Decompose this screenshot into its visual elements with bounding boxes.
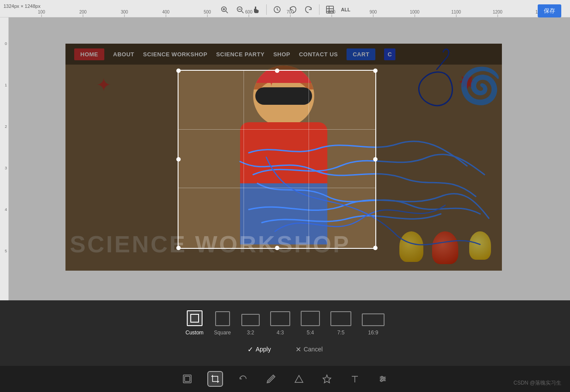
nav-shop[interactable]: SHOP bbox=[273, 51, 290, 58]
text-tool-button[interactable] bbox=[347, 371, 363, 387]
zoom-in-button[interactable] bbox=[217, 3, 231, 17]
svg-line-5 bbox=[242, 11, 244, 14]
rotate-tool-button[interactable] bbox=[235, 371, 251, 387]
nav-science-party[interactable]: SCIENCE PARTY bbox=[216, 51, 264, 58]
crop-handle-ml[interactable] bbox=[176, 157, 181, 162]
svg-marker-15 bbox=[295, 375, 303, 382]
crop-handle-br[interactable] bbox=[373, 246, 378, 250]
ruler-mark-left-400: 4 bbox=[0, 207, 8, 212]
crop-ratio-4-3[interactable]: 4:3 bbox=[270, 311, 290, 336]
adjustments-tool-button[interactable] bbox=[375, 371, 391, 387]
hand-tool-button[interactable] bbox=[249, 3, 263, 17]
crop-grid bbox=[179, 71, 375, 248]
delete-frame-button[interactable] bbox=[323, 3, 337, 17]
cancel-button[interactable]: ✕ Cancel bbox=[288, 343, 330, 356]
nav-science-workshop[interactable]: SCIENCE WORKSHOP bbox=[143, 51, 207, 58]
apply-button[interactable]: ✓ Apply bbox=[240, 343, 278, 356]
crop-bottom-panel: Custom Square 3:2 4:3 5:4 bbox=[0, 300, 570, 366]
crop-tool-button[interactable] bbox=[207, 371, 223, 387]
nav-contact[interactable]: CONTACT US bbox=[299, 51, 338, 58]
crop-ratio-3-2-icon bbox=[241, 314, 260, 326]
crop-handle-bm[interactable] bbox=[275, 246, 279, 250]
shape-tool-button[interactable] bbox=[291, 371, 307, 387]
ruler-mark-900: 900 bbox=[370, 10, 377, 17]
crop-ratio-5-4[interactable]: 5:4 bbox=[301, 311, 320, 336]
ruler-mark-1000: 1000 bbox=[410, 10, 419, 17]
crop-ratio-3-2[interactable]: 3:2 bbox=[241, 314, 260, 336]
ruler-mark-500: 500 bbox=[204, 10, 211, 17]
crop-grid-line-v1 bbox=[244, 71, 244, 248]
nav-about[interactable]: ABOUT bbox=[113, 51, 134, 58]
ruler-mark-400: 400 bbox=[162, 10, 170, 17]
check-icon: ✓ bbox=[247, 345, 253, 354]
crop-grid-line-h1 bbox=[179, 129, 375, 130]
crop-overlay[interactable] bbox=[178, 70, 376, 249]
crop-ratio-4-3-icon bbox=[270, 311, 290, 326]
pen-tool-button[interactable] bbox=[263, 371, 279, 387]
crop-grid-line-h2 bbox=[179, 188, 375, 188]
csdn-watermark: CSDN @落魄实习生 bbox=[513, 379, 561, 387]
tools-bar: CSDN @落魄实习生 bbox=[0, 366, 570, 392]
crop-ratio-5-4-icon bbox=[301, 311, 320, 326]
crop-handle-bl[interactable] bbox=[176, 246, 181, 250]
crop-ratio-16-9-icon bbox=[362, 313, 385, 326]
nav-cart[interactable]: CART bbox=[347, 48, 375, 60]
crop-ratio-square[interactable]: Square bbox=[214, 311, 231, 336]
ruler-mark-left-0: 0 bbox=[0, 41, 8, 46]
redo-button[interactable] bbox=[302, 3, 316, 17]
svg-line-1 bbox=[226, 11, 228, 14]
ruler-mark-left-200: 2 bbox=[0, 124, 8, 129]
ruler-mark-left-500: 5 bbox=[0, 249, 8, 253]
ruler-mark-1200: 1200 bbox=[493, 10, 502, 17]
x-icon: ✕ bbox=[295, 345, 301, 354]
ruler-mark-left-300: 3 bbox=[0, 166, 8, 170]
crop-ratio-square-icon bbox=[215, 311, 230, 326]
crop-ratio-7-5-icon bbox=[330, 311, 351, 326]
save-button[interactable]: 保存 bbox=[538, 4, 561, 17]
ruler-mark-300: 300 bbox=[121, 10, 128, 17]
history-button[interactable] bbox=[270, 3, 284, 17]
canvas-area: ✦ ✦ ✸ 🌀 HOME ABOUT SCIENCE WORKSHOP SCIE… bbox=[9, 17, 570, 300]
svg-point-23 bbox=[383, 378, 385, 380]
zoom-out-button[interactable] bbox=[233, 3, 247, 17]
crop-ratio-custom[interactable]: Custom bbox=[185, 310, 203, 336]
dimensions-label: 1324px × 1248px bbox=[3, 3, 41, 9]
ruler-mark-left-100: 1 bbox=[0, 83, 8, 87]
toolbar-divider-2 bbox=[319, 4, 319, 15]
crop-grid-line-v2 bbox=[309, 71, 309, 248]
crop-actions: ✓ Apply ✕ Cancel bbox=[240, 343, 330, 356]
crop-handle-tr[interactable] bbox=[373, 69, 378, 73]
svg-marker-16 bbox=[323, 375, 331, 383]
crop-ratio-16-9[interactable]: 16:9 bbox=[362, 313, 385, 336]
crop-ratio-bar: Custom Square 3:2 4:3 5:4 bbox=[185, 310, 385, 336]
toolbar-divider-1 bbox=[266, 4, 267, 15]
crop-handle-mr[interactable] bbox=[373, 157, 378, 162]
ruler-mark-1100: 1100 bbox=[451, 10, 461, 17]
undo-button[interactable] bbox=[286, 3, 300, 17]
svg-rect-13 bbox=[185, 376, 190, 382]
website-preview: ✦ ✦ ✸ 🌀 HOME ABOUT SCIENCE WORKSHOP SCIE… bbox=[65, 44, 502, 271]
all-button[interactable]: ALL bbox=[339, 3, 353, 17]
nav-home[interactable]: HOME bbox=[74, 48, 104, 60]
crop-ratio-7-5[interactable]: 7:5 bbox=[330, 311, 351, 336]
nav-extra: C bbox=[384, 48, 395, 60]
crop-ratio-custom-icon bbox=[187, 310, 203, 326]
crop-handle-tl[interactable] bbox=[176, 69, 181, 73]
toolbar: ALL bbox=[217, 3, 353, 17]
nav-bar: HOME ABOUT SCIENCE WORKSHOP SCIENCE PART… bbox=[65, 44, 502, 65]
svg-point-24 bbox=[381, 380, 382, 382]
svg-rect-8 bbox=[326, 6, 333, 13]
star-tool-button[interactable] bbox=[319, 371, 335, 387]
ruler-mark-200: 200 bbox=[79, 10, 87, 17]
hero-section: ✦ ✦ ✸ 🌀 HOME ABOUT SCIENCE WORKSHOP SCIE… bbox=[65, 44, 502, 271]
ruler-mark-100: 100 bbox=[38, 10, 45, 17]
frame-tool-button[interactable] bbox=[179, 371, 195, 387]
svg-point-22 bbox=[381, 376, 383, 378]
crop-handle-tm[interactable] bbox=[275, 69, 279, 73]
